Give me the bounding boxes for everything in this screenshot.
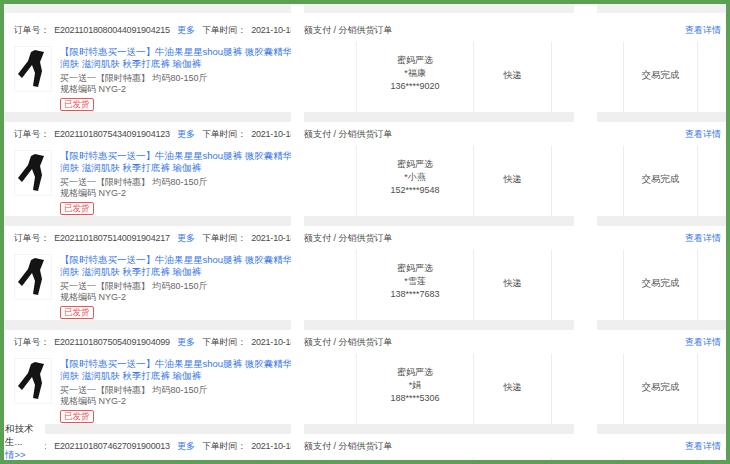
order-separator <box>4 320 726 330</box>
product-info: 【限时特惠买一送一】牛油果星星shou腿裤 微胶囊精华润肤 滋润肌肤 秋季打底裤… <box>60 358 300 424</box>
view-details-link[interactable]: 查看详情 <box>685 337 721 347</box>
action-cell <box>698 458 726 464</box>
order-no-value: E20211018080044091904215 <box>54 25 170 35</box>
shipping-cell: 快递 <box>474 146 552 216</box>
pay-channel-label: 额支付 / 分销供货订单 <box>304 434 393 458</box>
action-cell <box>698 250 726 320</box>
table-column-gap <box>291 4 304 460</box>
widget-text-line: 和技术 <box>5 422 43 435</box>
status-cell: 交易完成 <box>624 458 698 464</box>
view-details-link[interactable]: 查看详情 <box>685 233 721 243</box>
action-cell <box>698 354 726 424</box>
order-no-label: 订单号： <box>14 129 49 139</box>
order-time-label: 下单时间： <box>202 441 246 451</box>
view-details-link[interactable]: 查看详情 <box>685 25 721 35</box>
clipped-side-widget: 和技术 生... 情>> <box>4 421 45 463</box>
product-sku: 规格编码 NYG-2 <box>60 84 300 95</box>
product-sku: 规格编码 NYG-2 <box>60 396 300 407</box>
product-title-link[interactable]: 【限时特惠买一送一】牛油果星星shou腿裤 微胶囊精华润肤 滋润肌肤 秋季打底裤… <box>60 254 300 278</box>
order-status: 交易完成 <box>642 173 680 184</box>
product-title-link[interactable]: 【限时特惠买一送一】牛油果星星shou腿裤 微胶囊精华润肤 滋润肌肤 秋季打底裤… <box>60 150 300 174</box>
widget-details-link[interactable]: 情>> <box>5 448 43 461</box>
leggings-silhouette <box>15 359 51 403</box>
status-cell: 交易完成 <box>624 146 698 216</box>
order-header: 订单号：E20211018074627091900013 更多 下单时间：202… <box>4 434 726 458</box>
shipped-badge: 已发货 <box>60 410 94 423</box>
leggings-silhouette <box>15 47 51 91</box>
leggings-silhouette <box>15 255 51 299</box>
product-variant: 买一送一【限时特惠】 均码80-150斤 <box>60 177 300 188</box>
more-link[interactable]: 更多 <box>177 129 195 139</box>
view-details-link[interactable]: 查看详情 <box>685 129 721 139</box>
order-no-label: 订单号： <box>14 25 49 35</box>
more-link[interactable]: 更多 <box>177 441 195 451</box>
shipping-method: 快递 <box>504 278 522 288</box>
buyer-shop: 蜜妈严选 <box>357 158 473 171</box>
order-separator <box>4 424 726 434</box>
order-card: 订单号：E20211018074627091900013 更多 下单时间：202… <box>4 434 726 464</box>
shipped-badge: 已发货 <box>60 98 94 111</box>
shipping-method: 快递 <box>504 382 522 392</box>
order-time-label: 下单时间： <box>202 129 246 139</box>
order-separator <box>4 112 726 122</box>
pay-channel-label: 额支付 / 分销供货订单 <box>304 226 393 250</box>
shipping-method: 快递 <box>504 174 522 184</box>
order-header-left: 订单号：E20211018074627091900013 更多 下单时间：202… <box>14 434 294 458</box>
order-header: 订单号：E20211018075140091904217 更多 下单时间：202… <box>4 226 726 250</box>
shipped-badge: 已发货 <box>60 202 94 215</box>
order-status: 交易完成 <box>642 69 680 80</box>
order-time-value: 2021-10-18 07:50:54 <box>251 337 294 347</box>
buyer-shop: 蜜妈严选 <box>357 366 473 379</box>
buyer-name: *雪莲 <box>357 275 473 288</box>
order-no-label: 订单号： <box>14 337 49 347</box>
buyer-cell: 蜜妈严选 *娟 188****5306 <box>356 354 474 424</box>
order-body: 【限时特惠买一送一】牛油果星星shou腿裤 微胶囊精华润肤 滋润肌肤 秋季打底裤… <box>4 146 726 216</box>
status-cell: 交易完成 <box>624 42 698 112</box>
product-title-link[interactable]: 【限时特惠买一送一】牛油果星星shou腿裤 微胶囊精华润肤 滋润肌肤 秋季打底裤… <box>60 358 300 382</box>
product-image[interactable] <box>14 150 52 196</box>
order-header-left: 订单号：E20211018075434091904123 更多 下单时间：202… <box>14 122 294 146</box>
leggings-silhouette <box>15 151 51 195</box>
product-sku: 规格编码 NYG-2 <box>60 188 300 199</box>
product-image[interactable] <box>14 254 52 300</box>
order-header-left: 订单号：E20211018075054091904099 更多 下单时间：202… <box>14 330 294 354</box>
shipping-cell: 快递 <box>474 458 552 464</box>
shipped-badge: 已发货 <box>60 306 94 319</box>
widget-text-line: 生... <box>5 435 43 448</box>
order-time-label: 下单时间： <box>202 337 246 347</box>
order-header: 订单号：E20211018075054091904099 更多 下单时间：202… <box>4 330 726 354</box>
product-image[interactable] <box>14 358 52 404</box>
order-header: 订单号：E20211018075434091904123 更多 下单时间：202… <box>4 122 726 146</box>
order-separator <box>4 216 726 226</box>
shipping-cell: 快递 <box>474 250 552 320</box>
order-body: 【限时特惠买一送一】牛油果星星shou腿裤 微胶囊精华润肤 滋润肌肤 秋季打底裤… <box>4 458 726 464</box>
product-info: 【限时特惠买一送一】牛油果星星shou腿裤 微胶囊精华润肤 滋润肌肤 秋季打底裤… <box>60 46 300 112</box>
order-body: 【限时特惠买一送一】牛油果星星shou腿裤 微胶囊精华润肤 滋润肌肤 秋季打底裤… <box>4 354 726 424</box>
action-cell <box>698 42 726 112</box>
order-card: 订单号：E20211018075140091904217 更多 下单时间：202… <box>4 226 726 330</box>
order-status: 交易完成 <box>642 277 680 288</box>
top-gray-band <box>4 4 726 13</box>
product-image[interactable] <box>14 46 52 92</box>
product-variant: 买一送一【限时特惠】 均码80-150斤 <box>60 281 300 292</box>
more-link[interactable]: 更多 <box>177 233 195 243</box>
shipping-cell: 快递 <box>474 42 552 112</box>
order-list-window: 订单号：E20211018080044091904215 更多 下单时间：202… <box>0 0 730 464</box>
buyer-shop: 蜜妈严选 <box>357 262 473 275</box>
order-no-label: 订单号： <box>14 233 49 243</box>
order-card: 订单号：E20211018075434091904123 更多 下单时间：202… <box>4 122 726 226</box>
product-info: 【限时特惠买一送一】牛油果星星shou腿裤 微胶囊精华润肤 滋润肌肤 秋季打底裤… <box>60 150 300 216</box>
more-link[interactable]: 更多 <box>177 25 195 35</box>
buyer-name: *福康 <box>357 67 473 80</box>
more-link[interactable]: 更多 <box>177 337 195 347</box>
product-info: 【限时特惠买一送一】牛油果星星shou腿裤 微胶囊精华润肤 滋润肌肤 秋季打底裤… <box>60 254 300 320</box>
action-cell <box>698 146 726 216</box>
order-time-value: 2021-10-18 07:54:35 <box>251 129 294 139</box>
view-details-link[interactable]: 查看详情 <box>685 441 721 451</box>
order-body: 【限时特惠买一送一】牛油果星星shou腿裤 微胶囊精华润肤 滋润肌肤 秋季打底裤… <box>4 42 726 112</box>
product-sku: 规格编码 NYG-2 <box>60 292 300 303</box>
product-title-link[interactable]: 【限时特惠买一送一】牛油果星星shou腿裤 微胶囊精华润肤 滋润肌肤 秋季打底裤… <box>60 46 300 70</box>
product-variant: 买一送一【限时特惠】 均码80-150斤 <box>60 385 300 396</box>
order-time-value: 2021-10-18 07:46:27 <box>251 441 294 451</box>
order-header-left: 订单号：E20211018080044091904215 更多 下单时间：202… <box>14 18 294 42</box>
